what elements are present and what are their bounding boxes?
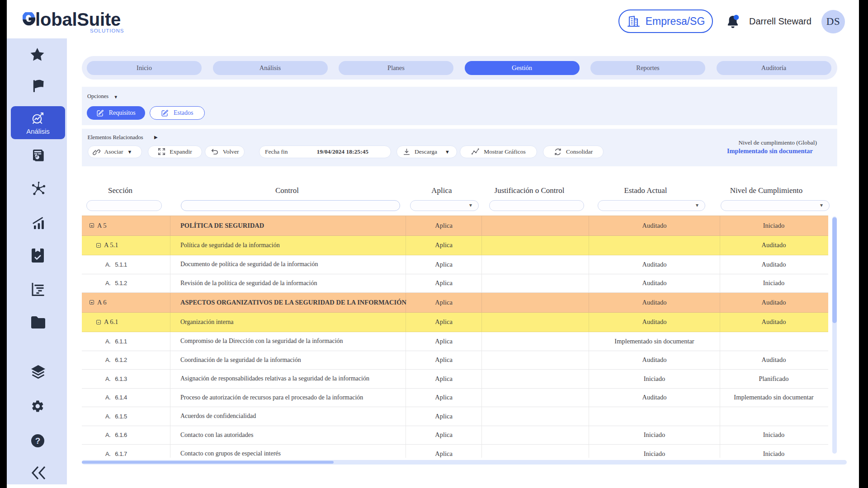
svg-text:?: ? [35, 436, 41, 446]
